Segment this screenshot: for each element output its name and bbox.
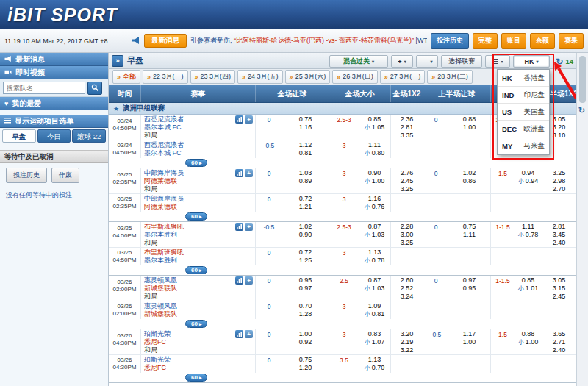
odds-value[interactable]: 0.90: [282, 231, 329, 239]
odds-value[interactable]: 0.75: [448, 223, 490, 231]
odds-value[interactable]: 0.88: [514, 330, 542, 338]
odds-value[interactable]: 小1.00: [514, 338, 542, 346]
odds-value[interactable]: 0.75: [282, 356, 329, 364]
full-view-button[interactable]: 完整: [473, 33, 498, 49]
odds-value[interactable]: 1.13: [359, 249, 390, 257]
date-tab-27[interactable]: »27 3月(一): [380, 70, 426, 84]
odds-value[interactable]: 2.40: [542, 239, 576, 247]
odds-format-button[interactable]: HK▾: [513, 55, 550, 68]
odds-value[interactable]: 小0.80: [359, 149, 390, 157]
odds-value[interactable]: 小1.05: [359, 124, 390, 132]
table-refresh-icon[interactable]: ↻: [578, 106, 585, 115]
odds-value[interactable]: 3.25: [391, 239, 423, 247]
date-tab-23[interactable]: »23 3月(四): [190, 70, 236, 84]
sidebar-item-news[interactable]: 最新消息: [0, 53, 108, 66]
odds-value[interactable]: 0.95: [448, 285, 490, 293]
odds-value[interactable]: 3.65: [542, 330, 576, 338]
date-tab-26[interactable]: »26 3月(日): [332, 70, 378, 84]
odds-value[interactable]: 3.15: [542, 285, 576, 293]
odds-value[interactable]: 3.35: [391, 132, 423, 140]
account-button[interactable]: 账目: [501, 33, 526, 49]
date-tab-28[interactable]: »28 3月(二): [427, 70, 473, 84]
results-button[interactable]: 赛果: [559, 33, 584, 49]
odds-value[interactable]: 0.83: [359, 330, 390, 338]
odds-value[interactable]: 0.87: [359, 223, 390, 231]
odds-value[interactable]: 0.88: [448, 115, 490, 124]
odds-value[interactable]: 2.52: [391, 285, 423, 293]
odds-value[interactable]: 0.85: [514, 276, 542, 285]
tab-early-market[interactable]: 早盘: [2, 129, 36, 143]
odds-value[interactable]: 0.97: [448, 276, 490, 285]
odds-value[interactable]: 3.24: [391, 293, 423, 301]
odds-value[interactable]: 0.72: [282, 195, 329, 203]
odds-value[interactable]: 0.85: [359, 115, 390, 124]
odds-value[interactable]: 3.00: [391, 231, 423, 239]
scrollbar-thumb[interactable]: [579, 56, 586, 103]
sidebar-item-favorites[interactable]: ♥ 我的最爱: [0, 97, 108, 110]
menu-item-hk[interactable]: HK香港盘: [498, 70, 549, 87]
odds-value[interactable]: 1.02: [282, 223, 329, 231]
menu-item-my[interactable]: MY马来盘: [498, 137, 549, 154]
odds-value[interactable]: 0.70: [282, 302, 329, 310]
odds-value[interactable]: 2.45: [391, 177, 423, 185]
odds-value[interactable]: 1.11: [514, 223, 542, 231]
odds-value[interactable]: 3.25: [542, 169, 576, 177]
menu-item-dec[interactable]: DEC欧洲盘: [498, 121, 549, 137]
odds-value[interactable]: 1.09: [359, 302, 390, 310]
odds-value[interactable]: 1.02: [448, 169, 490, 177]
odds-value[interactable]: 小1.00: [359, 177, 390, 185]
odds-value[interactable]: 1.00: [282, 330, 329, 338]
odds-value[interactable]: 1.28: [282, 310, 329, 318]
add-bet-icon[interactable]: +: [245, 330, 253, 338]
odds-value[interactable]: 小0.81: [359, 310, 390, 318]
select-league-button[interactable]: 选择联赛: [441, 55, 482, 68]
odds-value[interactable]: 小0.94: [514, 177, 542, 185]
odds-value[interactable]: 1.03: [282, 169, 329, 177]
odds-value[interactable]: 1.16: [359, 195, 390, 203]
odds-value[interactable]: 1.20: [282, 364, 329, 372]
balance-button[interactable]: 余额: [530, 33, 555, 49]
odds-value[interactable]: 0.92: [282, 338, 329, 346]
odds-value[interactable]: 0.72: [282, 249, 329, 257]
odds-value[interactable]: 1.11: [448, 231, 490, 239]
latest-news-button[interactable]: 最新消息: [144, 34, 187, 48]
odds-value[interactable]: 小0.78: [359, 257, 390, 265]
live-odds-button[interactable]: 60▸: [185, 159, 207, 167]
odds-value[interactable]: 1.16: [282, 124, 329, 132]
tab-live-ball[interactable]: 滚球 22: [72, 129, 106, 143]
odds-value[interactable]: 0.95: [282, 276, 329, 285]
odds-value[interactable]: 1.13: [359, 356, 390, 364]
date-tab-25[interactable]: »25 3月(六): [285, 70, 331, 84]
odds-value[interactable]: 2.98: [542, 177, 576, 185]
odds-value[interactable]: 2.71: [542, 338, 576, 346]
live-odds-button[interactable]: 60▸: [185, 374, 207, 382]
add-bet-icon[interactable]: +: [245, 169, 253, 177]
odds-value[interactable]: 2.81: [542, 223, 576, 231]
odds-value[interactable]: 1.11: [359, 141, 390, 149]
odds-value[interactable]: 3.05: [542, 276, 576, 285]
void-button[interactable]: 作废: [51, 168, 79, 183]
stats-icon[interactable]: [235, 330, 243, 338]
stats-icon[interactable]: [235, 223, 243, 231]
odds-value[interactable]: 1.25: [282, 257, 329, 265]
expand-all-button[interactable]: +▾: [391, 55, 413, 68]
odds-value[interactable]: 1.12: [282, 141, 329, 149]
date-tab-22[interactable]: »22 3月(三): [143, 70, 188, 84]
bet-history-button[interactable]: 投注历史: [431, 33, 469, 49]
odds-value[interactable]: 2.45: [542, 293, 576, 301]
menu-item-ind[interactable]: IND印尼盘: [498, 87, 549, 104]
odds-value[interactable]: 2.40: [542, 346, 576, 354]
odds-value[interactable]: 1.00: [448, 338, 490, 346]
odds-value[interactable]: 2.19: [391, 338, 423, 346]
odds-value[interactable]: 0.94: [514, 169, 542, 177]
expand-icon[interactable]: »: [112, 55, 123, 67]
odds-value[interactable]: 小0.76: [359, 203, 390, 211]
odds-value[interactable]: 3.22: [391, 346, 423, 354]
odds-value[interactable]: 小0.70: [359, 364, 390, 372]
stats-icon[interactable]: [235, 276, 243, 285]
odds-value[interactable]: 2.76: [391, 169, 423, 177]
search-input[interactable]: [3, 82, 85, 94]
mix-parlay-button[interactable]: 混合过关▾: [329, 55, 388, 68]
odds-value[interactable]: 2.60: [391, 276, 423, 285]
odds-value[interactable]: 3.45: [542, 231, 576, 239]
